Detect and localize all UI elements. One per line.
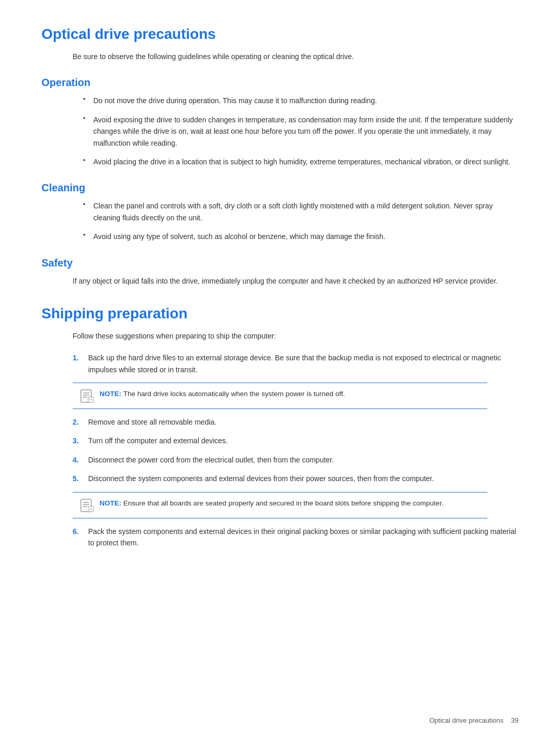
- shipping-content-4: Disconnect the power cord from the elect…: [88, 454, 519, 466]
- safety-text: If any object or liquid falls into the d…: [73, 275, 519, 287]
- operation-heading: Operation: [41, 77, 519, 89]
- note-text-2: NOTE: Ensure that all boards are seated …: [100, 498, 480, 509]
- cleaning-list: Clean the panel and controls with a soft…: [83, 200, 519, 242]
- shipping-item-3: 3. Turn off the computer and external de…: [73, 435, 519, 446]
- note-content-1: The hard drive locks automatically when …: [123, 390, 345, 398]
- page-footer: Optical drive precautions 39: [429, 716, 519, 724]
- cleaning-item-1: Clean the panel and controls with a soft…: [83, 200, 519, 223]
- operation-item-1: Do not move the drive during operation. …: [83, 95, 519, 106]
- shipping-item-4: 4. Disconnect the power cord from the el…: [73, 454, 519, 466]
- shipping-item-2: 2. Remove and store all removable media.: [73, 416, 519, 428]
- shipping-num-1: 1.: [73, 352, 88, 375]
- shipping-num-3: 3.: [73, 435, 88, 446]
- shipping-num-4: 4.: [73, 454, 88, 466]
- note-label-2: NOTE:: [100, 499, 123, 507]
- shipping-content-6: Pack the system components and external …: [88, 526, 519, 549]
- shipping-content-1: Back up the hard drive files to an exter…: [88, 352, 519, 375]
- operation-item-3: Avoid placing the drive in a location th…: [83, 156, 519, 167]
- shipping-num-5: 5.: [73, 473, 88, 484]
- cleaning-heading: Cleaning: [41, 182, 519, 194]
- note-icon-1: [80, 389, 94, 403]
- shipping-num-2: 2.: [73, 416, 88, 428]
- shipping-content-2: Remove and store all removable media.: [88, 416, 519, 428]
- shipping-item-5: 5. Disconnect the system components and …: [73, 473, 519, 484]
- note-label-1: NOTE:: [100, 390, 123, 398]
- shipping-item-1: 1. Back up the hard drive files to an ex…: [73, 352, 519, 375]
- note-box-1: NOTE: The hard drive locks automatically…: [73, 383, 487, 409]
- note-icon-2: [80, 498, 94, 513]
- optical-drive-title: Optical drive precautions: [41, 26, 519, 43]
- operation-item-2: Avoid exposing the drive to sudden chang…: [83, 114, 519, 149]
- shipping-title: Shipping preparation: [41, 305, 519, 322]
- safety-heading: Safety: [41, 257, 519, 269]
- shipping-item-6: 6. Pack the system components and extern…: [73, 526, 519, 549]
- note-box-2: NOTE: Ensure that all boards are seated …: [73, 492, 487, 518]
- shipping-num-6: 6.: [73, 526, 88, 549]
- footer-text: Optical drive precautions: [429, 716, 503, 724]
- shipping-intro: Follow these suggestions when preparing …: [73, 330, 519, 342]
- footer-page: 39: [511, 716, 519, 724]
- shipping-content-5: Disconnect the system components and ext…: [88, 473, 519, 484]
- note-text-1: NOTE: The hard drive locks automatically…: [100, 388, 480, 400]
- note-content-2: Ensure that all boards are seated proper…: [123, 499, 444, 507]
- optical-drive-intro: Be sure to observe the following guideli…: [73, 51, 519, 62]
- operation-list: Do not move the drive during operation. …: [83, 95, 519, 167]
- cleaning-item-2: Avoid using any type of solvent, such as…: [83, 231, 519, 242]
- shipping-content-3: Turn off the computer and external devic…: [88, 435, 519, 446]
